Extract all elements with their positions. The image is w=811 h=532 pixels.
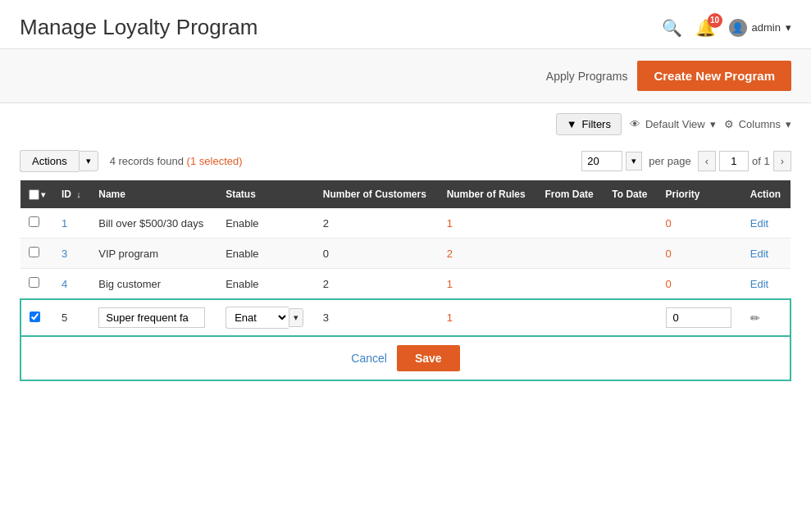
save-button[interactable]: Save [397, 345, 460, 371]
row-name-inline-cell [90, 299, 217, 336]
inline-status-select-wrapper: Enat Enable Disable ▾ [226, 307, 307, 329]
row-rules-inline: 1 [439, 299, 537, 336]
row-status-inline-cell: Enat Enable Disable ▾ [217, 299, 315, 336]
page-header: Manage Loyalty Program 🔍 🔔 10 👤 admin ▾ [0, 0, 811, 48]
inline-select-caret[interactable]: ▾ [289, 308, 303, 327]
row-id-link[interactable]: 4 [62, 278, 67, 290]
row-rules: 2 [439, 239, 537, 269]
actions-dropdown: Actions ▾ [20, 150, 98, 172]
row-checkbox-cell [21, 239, 53, 269]
row-id-link[interactable]: 3 [62, 248, 67, 260]
edit-link[interactable]: Edit [750, 278, 768, 290]
per-page-caret[interactable]: ▾ [626, 152, 642, 171]
row-id-link[interactable]: 1 [62, 217, 67, 230]
row-customers-inline: 3 [315, 299, 439, 336]
filters-bar: ▼ Filters 👁 Default View ▾ ⚙ Columns ▾ [0, 103, 811, 145]
table-header-to-date: To Date [604, 180, 657, 208]
admin-label: admin [752, 21, 781, 34]
filters-button[interactable]: ▼ Filters [556, 113, 622, 135]
row-action: Edit [742, 239, 790, 269]
loyalty-programs-table: ▾ ID ↓ Name Status Number of Customers N… [20, 180, 791, 337]
row-priority: 0 [658, 239, 742, 269]
row-rules: 1 [439, 269, 537, 300]
row-name: VIP program [90, 239, 217, 269]
edit-link[interactable]: Edit [750, 248, 768, 260]
page-number-input[interactable] [719, 151, 749, 171]
row-action: Edit [742, 269, 790, 300]
page-of-label: of 1 [752, 155, 770, 167]
search-icon[interactable]: 🔍 [662, 18, 682, 38]
notification-bell[interactable]: 🔔 10 [695, 18, 716, 38]
inline-edit-footer: Cancel Save [20, 337, 791, 381]
actions-button[interactable]: Actions [20, 150, 79, 172]
page-title: Manage Loyalty Program [20, 15, 257, 40]
row-rules-link[interactable]: 1 [447, 217, 453, 230]
row-name: Big customer [90, 269, 217, 300]
row-to-date [604, 208, 657, 239]
edit-link[interactable]: Edit [750, 217, 768, 230]
eye-icon: 👁 [630, 118, 640, 130]
table-container: ▾ ID ↓ Name Status Number of Customers N… [0, 180, 811, 337]
row-action-inline: ✏ [742, 299, 790, 336]
row-rules-link[interactable]: 2 [447, 248, 453, 260]
row-checkbox[interactable] [29, 216, 39, 227]
table-row: 4 Big customer Enable 2 1 0 Edit [21, 269, 790, 300]
notification-count: 10 [708, 13, 722, 28]
default-view-button[interactable]: 👁 Default View ▾ [630, 118, 716, 130]
row-from-date-inline [536, 299, 604, 336]
create-new-program-button[interactable]: Create New Program [637, 61, 791, 91]
row-rules-link[interactable]: 1 [447, 278, 453, 290]
inline-status-select[interactable]: Enat Enable Disable [226, 307, 289, 329]
table-header-name: Name [90, 180, 217, 208]
columns-button[interactable]: ⚙ Columns ▾ [724, 118, 791, 130]
inline-edit-row: 5 Enat Enable Disable ▾ 3 1 [21, 299, 790, 336]
avatar: 👤 [729, 19, 747, 37]
prev-page-button[interactable]: ‹ [698, 151, 716, 171]
row-priority-link[interactable]: 0 [666, 248, 672, 260]
pencil-icon[interactable]: ✏ [750, 311, 760, 325]
view-label: Default View [645, 118, 705, 130]
row-customers: 0 [315, 239, 439, 269]
row-rules: 1 [439, 208, 537, 239]
gear-icon: ⚙ [724, 118, 734, 130]
table-header-rules: Number of Rules [439, 180, 537, 208]
row-to-date [604, 269, 657, 300]
actions-caret-button[interactable]: ▾ [79, 151, 98, 171]
row-from-date [536, 208, 604, 239]
row-checkbox-selected[interactable] [30, 311, 40, 322]
row-priority-link[interactable]: 0 [666, 278, 672, 290]
row-id: 4 [53, 269, 90, 300]
next-page-button[interactable]: › [773, 151, 791, 171]
row-to-date-inline [604, 299, 657, 336]
admin-menu[interactable]: 👤 admin ▾ [729, 19, 791, 37]
table-header-status: Status [217, 180, 315, 208]
per-page-label: per page [649, 155, 690, 167]
row-checkbox[interactable] [29, 247, 39, 257]
table-header-priority: Priority [658, 180, 742, 208]
table-header-select: ▾ [21, 180, 53, 208]
inline-name-input[interactable] [98, 307, 205, 328]
row-checkbox-cell [21, 208, 53, 239]
row-name: Bill over $500/30 days [90, 208, 217, 239]
select-all-caret[interactable]: ▾ [41, 190, 45, 199]
funnel-icon: ▼ [567, 118, 577, 130]
filters-label: Filters [582, 118, 611, 130]
row-status: Enable [217, 239, 315, 269]
row-checkbox-cell [21, 269, 53, 300]
columns-label: Columns [739, 118, 781, 130]
row-id-inline: 5 [53, 299, 90, 336]
row-from-date [536, 239, 604, 269]
columns-caret-icon: ▾ [786, 118, 791, 130]
select-all-checkbox[interactable] [29, 189, 39, 200]
row-rules-link[interactable]: 1 [447, 311, 453, 324]
per-page-input[interactable] [581, 151, 622, 171]
inline-priority-input[interactable] [666, 307, 731, 328]
apply-programs-button[interactable]: Apply Programs [546, 70, 628, 83]
row-id: 1 [53, 208, 90, 239]
row-priority-link[interactable]: 0 [666, 217, 672, 230]
row-status: Enable [217, 208, 315, 239]
cancel-button[interactable]: Cancel [351, 345, 387, 371]
table-header-id: ID ↓ [53, 180, 90, 208]
sort-icon: ↓ [76, 189, 81, 199]
row-checkbox[interactable] [29, 277, 39, 288]
